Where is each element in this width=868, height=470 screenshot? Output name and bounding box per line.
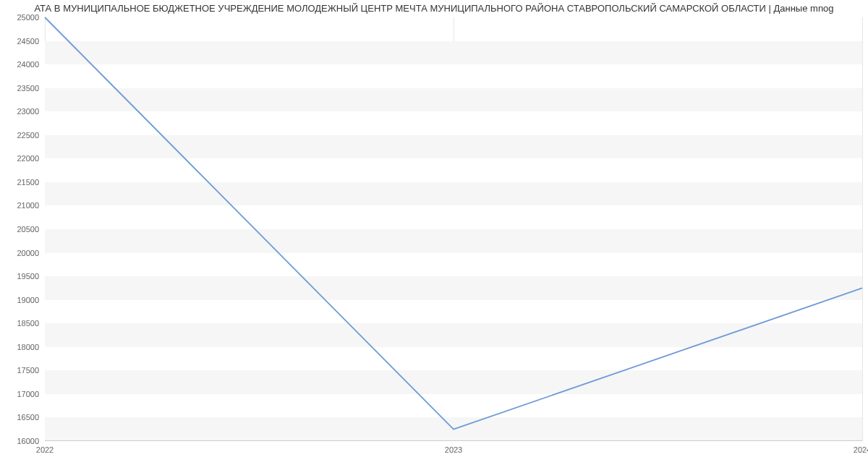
y-tick-label: 20000 xyxy=(17,249,45,257)
y-tick-label: 20500 xyxy=(17,225,45,234)
chart-container: 1600016500170001750018000185001900019500… xyxy=(0,0,868,470)
y-tick-label: 24000 xyxy=(17,60,45,69)
plot-area: 1600016500170001750018000185001900019500… xyxy=(45,17,862,441)
y-tick-label: 21500 xyxy=(17,178,45,187)
line-series xyxy=(45,17,862,441)
x-tick-label: 2024 xyxy=(854,441,868,454)
y-tick-label: 25000 xyxy=(17,13,45,22)
x-tick-label: 2022 xyxy=(36,441,54,454)
y-tick-label: 18500 xyxy=(17,319,45,328)
y-tick-label: 23000 xyxy=(17,107,45,116)
data-line xyxy=(45,17,862,430)
y-tick-label: 17000 xyxy=(17,390,45,398)
y-tick-label: 19000 xyxy=(17,296,45,304)
y-tick-label: 17500 xyxy=(17,366,45,375)
y-tick-label: 21000 xyxy=(17,201,45,210)
y-tick-label: 24500 xyxy=(17,37,45,46)
x-tick-label: 2023 xyxy=(445,441,462,454)
y-tick-label: 16500 xyxy=(17,413,45,422)
y-tick-label: 23500 xyxy=(17,84,45,93)
y-tick-label: 22500 xyxy=(17,131,45,140)
y-tick-label: 22000 xyxy=(17,154,45,163)
y-tick-label: 19500 xyxy=(17,272,45,281)
x-axis-line xyxy=(45,440,862,441)
y-tick-label: 18000 xyxy=(17,343,45,351)
